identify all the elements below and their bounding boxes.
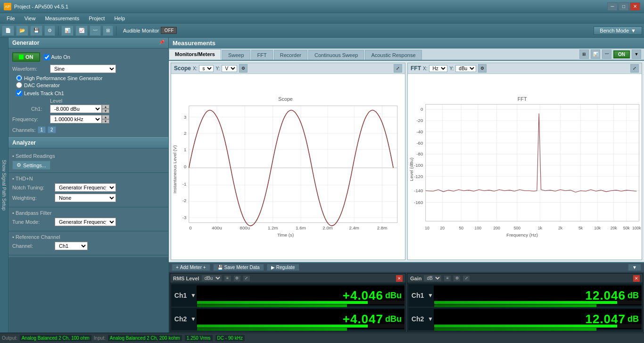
frequency-up[interactable]: ▲	[102, 115, 109, 119]
save-meter-data-button[interactable]: 💾 Save Meter Data	[213, 264, 264, 271]
settled-readings-settings-button[interactable]: ⚙ Settings...	[12, 161, 50, 170]
rms-level-icon-btn-1[interactable]: ≡	[224, 275, 231, 282]
meters-scroll-down-button[interactable]: ▼	[628, 264, 641, 271]
waveform-select[interactable]: Sine Square Triangle Noise	[50, 65, 116, 73]
level-track-checkbox-label[interactable]: Levels Track Ch1	[16, 90, 165, 96]
fft-settings-button[interactable]: ⚙	[478, 64, 487, 73]
gain-ch2-arrow[interactable]: ▼	[427, 316, 434, 322]
save-icon: 💾	[217, 265, 223, 270]
frequency-select[interactable]: 1.00000 kHz	[50, 115, 102, 123]
close-button[interactable]: ✕	[630, 2, 640, 11]
scope-settings-button[interactable]: ⚙	[239, 64, 248, 73]
settings-button[interactable]: ⚙	[44, 25, 55, 36]
sidebar-toggle[interactable]: Show Signal Path Setup	[0, 38, 8, 333]
rms-level-settings-btn[interactable]: ⚙	[233, 275, 241, 282]
add-meter-button[interactable]: + Add Meter +	[172, 264, 210, 271]
scope-x-unit-select[interactable]: s	[199, 65, 214, 72]
rms-level-close-btn[interactable]: ✕	[396, 275, 403, 282]
ch1-level-up[interactable]: ▲	[102, 105, 109, 109]
rms-level-unit-select[interactable]: dBu	[201, 275, 222, 282]
svg-text:-40: -40	[416, 129, 423, 134]
fft-y-unit-select[interactable]: dBu	[455, 65, 476, 72]
status-bar: Output: Analog Balanced 2 Ch, 100 ohm In…	[0, 333, 644, 343]
gain-settings-btn[interactable]: ⚙	[453, 275, 461, 282]
fft-y-axis-label: Y:	[449, 66, 454, 71]
audible-monitor-off-badge[interactable]: OFF	[161, 27, 177, 34]
scope-expand-button[interactable]: ⤢	[394, 64, 402, 73]
ch1-level-key: Ch1:	[31, 106, 50, 112]
menu-view[interactable]: View	[20, 15, 41, 22]
gain-ch2-bar	[434, 325, 617, 327]
gain-ch1-arrow[interactable]: ▼	[427, 292, 434, 299]
ch1-level-select[interactable]: -8.000 dBu	[50, 105, 102, 113]
new-button[interactable]: 📄	[2, 25, 14, 36]
regulate-button[interactable]: ▶ Regulate	[267, 264, 299, 271]
gain-ch1-channel: Ch1 ▼ 12.046 dB	[408, 284, 642, 307]
svg-text:0: 0	[189, 225, 192, 230]
gain-icon-btn-1[interactable]: ≡	[444, 275, 451, 282]
waveform-button[interactable]: 〰	[90, 25, 101, 36]
ch1-level-spinner-btns: ▲ ▼	[102, 105, 109, 113]
measurements-on-button[interactable]: ON	[613, 50, 630, 58]
tab-action-icon-1[interactable]: ⊞	[579, 49, 589, 59]
high-perf-radio[interactable]	[16, 75, 22, 81]
tab-sweep[interactable]: Sweep	[222, 50, 250, 60]
chart-button[interactable]: 📊	[61, 25, 74, 36]
menu-measurements[interactable]: Measurements	[40, 15, 84, 22]
weighting-select[interactable]: None A-Weight C-Weight	[55, 194, 116, 202]
ch1-level-down[interactable]: ▼	[102, 109, 109, 113]
channel-2-button[interactable]: 2	[48, 126, 56, 133]
tab-action-scroll-down[interactable]: ▼	[632, 49, 641, 59]
analyze-button[interactable]: 📈	[75, 25, 88, 36]
notch-tuning-select[interactable]: Generator Frequency Manual	[55, 183, 116, 192]
fft-expand-button[interactable]: ⤢	[630, 64, 639, 73]
gain-close-btn[interactable]: ✕	[633, 275, 640, 282]
auto-on-checkbox[interactable]	[44, 54, 50, 60]
tab-fft[interactable]: FFT	[251, 50, 273, 60]
tab-monitors-meters[interactable]: Monitors/Meters	[169, 49, 221, 60]
gain-ch2-bar-2	[434, 328, 596, 331]
frequency-down[interactable]: ▼	[102, 119, 109, 123]
audible-monitor: Audible Monitor OFF	[123, 27, 177, 34]
tab-acoustic-response[interactable]: Acoustic Response	[365, 50, 421, 60]
tab-action-icon-3[interactable]: 〰	[602, 49, 611, 59]
gain-expand-btn[interactable]: ⤢	[462, 275, 470, 282]
tab-action-icon-2[interactable]: 📊	[591, 49, 600, 59]
tune-mode-select[interactable]: Generator Frequency Manual	[55, 218, 116, 226]
generator-type-group: High Performance Sine Generator DAC Gene…	[16, 75, 165, 88]
menu-help[interactable]: Help	[109, 15, 130, 22]
maximize-button[interactable]: □	[619, 2, 629, 11]
dac-radio-label[interactable]: DAC Generator	[16, 82, 165, 88]
rms-level-header: RMS Level dBu ≡ ⚙ ⤢ ✕	[170, 274, 405, 283]
dac-radio[interactable]	[16, 82, 22, 88]
rms-ch1-unit: dBu	[385, 291, 402, 301]
extra-button[interactable]: ⊞	[103, 25, 113, 36]
minimize-button[interactable]: ─	[607, 2, 618, 11]
generator-on-button[interactable]: ON	[12, 52, 40, 62]
rms-ch1-arrow[interactable]: ▼	[190, 292, 197, 299]
level-track-checkbox[interactable]	[16, 90, 22, 96]
bench-mode-button[interactable]: Bench Mode ▼	[594, 26, 642, 35]
fft-title: FFT	[411, 65, 421, 72]
svg-text:1.2m: 1.2m	[268, 225, 278, 230]
toolbar-separator-2	[116, 26, 116, 35]
fft-x-unit-select[interactable]: Hz	[429, 65, 447, 72]
tab-continuous-sweep[interactable]: Continuous Sweep	[308, 50, 364, 60]
menu-project[interactable]: Project	[84, 15, 109, 22]
generator-pin-icon[interactable]: 📌	[159, 40, 165, 45]
gain-unit-select[interactable]: dB	[423, 275, 442, 282]
menu-file[interactable]: File	[2, 15, 20, 22]
window-controls[interactable]: ─ □ ✕	[607, 2, 640, 11]
rms-level-expand-btn[interactable]: ⤢	[243, 275, 250, 282]
channel-select[interactable]: Ch1 Ch2	[55, 242, 88, 250]
save-button[interactable]: 💾	[30, 25, 42, 36]
tab-recorder[interactable]: Recorder	[274, 50, 307, 60]
channel-1-button[interactable]: 1	[38, 126, 46, 133]
high-perf-radio-label[interactable]: High Performance Sine Generator	[16, 75, 165, 81]
analyzer-section: Analyzer • Settled Readings ⚙ Settings..…	[8, 137, 168, 333]
rms-ch2-arrow[interactable]: ▼	[190, 316, 197, 322]
auto-on-checkbox-label[interactable]: Auto On	[44, 54, 70, 60]
scope-y-unit-select[interactable]: V	[222, 65, 237, 72]
svg-text:50: 50	[459, 226, 463, 230]
open-button[interactable]: 📂	[16, 25, 28, 36]
